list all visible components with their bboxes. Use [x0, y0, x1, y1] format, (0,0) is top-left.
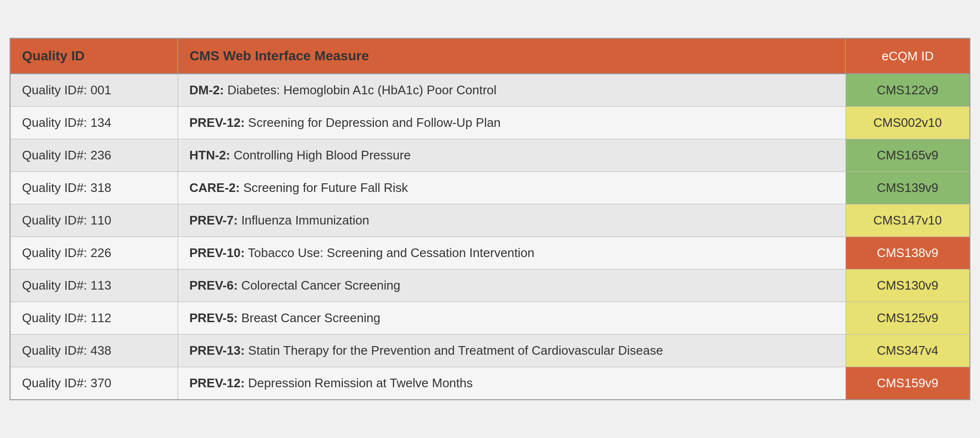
cell-measure: CARE-2: Screening for Future Fall Risk: [178, 172, 845, 204]
table-row: Quality ID#: 226PREV-10: Tobacco Use: Sc…: [10, 237, 970, 270]
cell-quality-id: Quality ID#: 134: [10, 107, 178, 139]
measure-code: PREV-10:: [190, 246, 245, 260]
cell-quality-id: Quality ID#: 112: [10, 302, 178, 335]
header-measure: CMS Web Interface Measure: [178, 38, 845, 74]
measure-text: Diabetes: Hemoglobin A1c (HbA1c) Poor Co…: [224, 83, 496, 97]
table-row: Quality ID#: 001DM-2: Diabetes: Hemoglob…: [10, 74, 970, 107]
measure-code: DM-2:: [190, 83, 224, 97]
table-row: Quality ID#: 370PREV-12: Depression Remi…: [10, 367, 970, 400]
cell-ecqm-id: CMS165v9: [845, 139, 970, 172]
table-row: Quality ID#: 236HTN-2: Controlling High …: [10, 139, 970, 172]
measure-text: Screening for Future Fall Risk: [240, 180, 408, 195]
cell-measure: PREV-13: Statin Therapy for the Preventi…: [178, 335, 845, 367]
table-row: Quality ID#: 438PREV-13: Statin Therapy …: [10, 335, 970, 367]
cell-quality-id: Quality ID#: 370: [10, 367, 178, 400]
measure-text: Controlling High Blood Pressure: [230, 148, 411, 162]
cell-ecqm-id: CMS138v9: [845, 237, 970, 270]
measure-code: PREV-7:: [190, 213, 238, 227]
measure-code: PREV-12:: [190, 115, 245, 130]
cell-ecqm-id: CMS139v9: [845, 172, 970, 204]
table-container: Quality ID CMS Web Interface Measure eCQ…: [0, 28, 980, 410]
measure-text: Colorectal Cancer Screening: [238, 278, 401, 292]
cell-measure: PREV-10: Tobacco Use: Screening and Cess…: [178, 237, 845, 270]
cell-ecqm-id: CMS130v9: [845, 270, 970, 302]
measure-code: PREV-13:: [190, 343, 245, 358]
table-row: Quality ID#: 318CARE-2: Screening for Fu…: [10, 172, 970, 204]
measure-text: Tobacco Use: Screening and Cessation Int…: [245, 246, 534, 260]
table-row: Quality ID#: 110PREV-7: Influenza Immuni…: [10, 204, 970, 237]
table-row: Quality ID#: 112PREV-5: Breast Cancer Sc…: [10, 302, 970, 335]
cell-quality-id: Quality ID#: 113: [10, 270, 178, 302]
measure-text: Screening for Depression and Follow-Up P…: [245, 115, 501, 130]
cell-measure: PREV-5: Breast Cancer Screening: [178, 302, 845, 335]
cell-ecqm-id: CMS125v9: [845, 302, 970, 335]
measure-code: PREV-12:: [190, 376, 245, 390]
cell-measure: DM-2: Diabetes: Hemoglobin A1c (HbA1c) P…: [178, 74, 845, 107]
cell-ecqm-id: CMS002v10: [845, 107, 970, 139]
measure-code: PREV-5:: [190, 311, 238, 325]
cell-measure: HTN-2: Controlling High Blood Pressure: [178, 139, 845, 172]
cell-ecqm-id: CMS147v10: [845, 204, 970, 237]
measure-text: Depression Remission at Twelve Months: [245, 376, 473, 390]
quality-measures-table: Quality ID CMS Web Interface Measure eCQ…: [10, 38, 970, 400]
header-ecqm-id: eCQM ID: [845, 38, 970, 74]
table-header-row: Quality ID CMS Web Interface Measure eCQ…: [10, 38, 970, 74]
measure-code: CARE-2:: [190, 180, 240, 195]
cell-measure: PREV-12: Screening for Depression and Fo…: [178, 107, 845, 139]
cell-quality-id: Quality ID#: 110: [10, 204, 178, 237]
cell-ecqm-id: CMS159v9: [845, 367, 970, 400]
measure-text: Breast Cancer Screening: [238, 311, 381, 325]
table-row: Quality ID#: 134PREV-12: Screening for D…: [10, 107, 970, 139]
measure-text: Influenza Immunization: [238, 213, 370, 227]
cell-measure: PREV-6: Colorectal Cancer Screening: [178, 270, 845, 302]
cell-ecqm-id: CMS122v9: [845, 74, 970, 107]
measure-text: Statin Therapy for the Prevention and Tr…: [245, 343, 663, 358]
cell-quality-id: Quality ID#: 001: [10, 74, 178, 107]
header-quality-id: Quality ID: [10, 38, 178, 74]
cell-quality-id: Quality ID#: 438: [10, 335, 178, 367]
cell-ecqm-id: CMS347v4: [845, 335, 970, 367]
cell-quality-id: Quality ID#: 226: [10, 237, 178, 270]
measure-code: PREV-6:: [190, 278, 238, 292]
cell-measure: PREV-12: Depression Remission at Twelve …: [178, 367, 845, 400]
cell-quality-id: Quality ID#: 318: [10, 172, 178, 204]
table-row: Quality ID#: 113PREV-6: Colorectal Cance…: [10, 270, 970, 302]
cell-quality-id: Quality ID#: 236: [10, 139, 178, 172]
measure-code: HTN-2:: [190, 148, 230, 162]
cell-measure: PREV-7: Influenza Immunization: [178, 204, 845, 237]
